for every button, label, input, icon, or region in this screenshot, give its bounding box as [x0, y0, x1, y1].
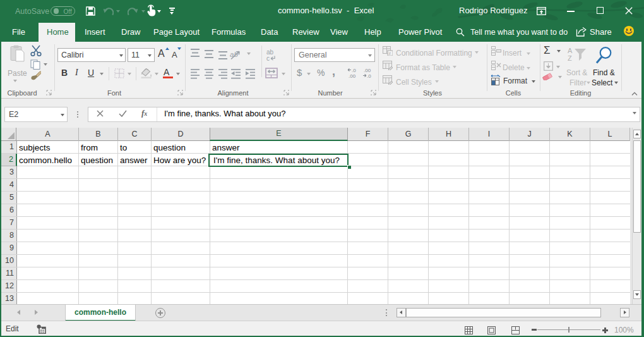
- svg-text:Z: Z: [568, 54, 572, 62]
- svg-text:.00: .00: [364, 68, 371, 73]
- svg-text:.0: .0: [352, 68, 356, 73]
- svg-text:≠: ≠: [389, 51, 391, 56]
- svg-text:A: A: [568, 47, 573, 54]
- svg-text:c: c: [266, 55, 270, 62]
- svg-text:.0: .0: [367, 73, 371, 79]
- svg-text:.00: .00: [349, 73, 356, 79]
